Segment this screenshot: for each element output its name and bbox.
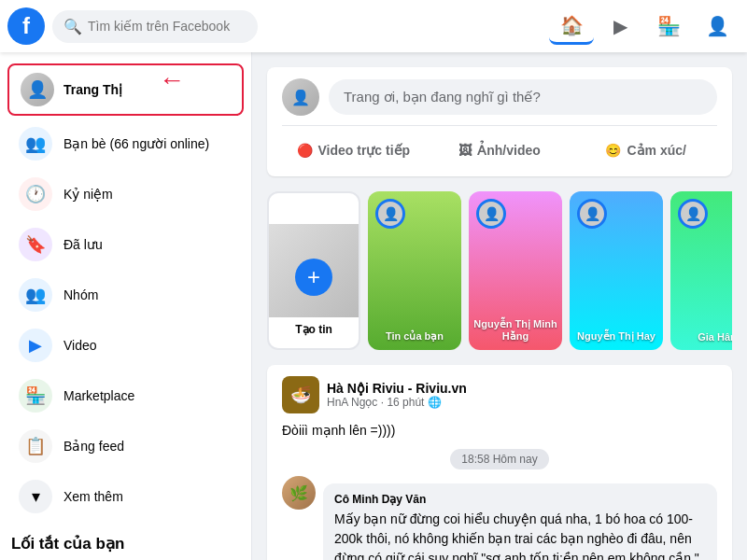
feed-post-header: 🍜 Hà Nội Riviu - Riviu.vn HnA Ngọc · 16 … bbox=[282, 376, 717, 413]
create-post-avatar: 👤 bbox=[282, 78, 319, 116]
search-icon: 🔍 bbox=[63, 18, 82, 35]
sidebar-label-marketplace: Marketplace bbox=[63, 388, 134, 403]
nav-home-button[interactable]: 🏠 bbox=[549, 7, 594, 45]
photo-video-button[interactable]: 🖼 Ảnh/video bbox=[429, 135, 571, 165]
message-text: Mấy bạn nữ đừng coi hiểu chuyện quá nha,… bbox=[334, 510, 706, 560]
feed-post-content: Đòiiì mạnh lên =)))) bbox=[282, 421, 717, 441]
sidebar-label-groups: Nhóm bbox=[63, 287, 98, 302]
sidebar: 👤 Trang Thị 👥 Bạn bè (66 người online) 🕐… bbox=[0, 52, 252, 560]
feed-post-page-name: Hà Nội Riviu - Riviu.vn bbox=[327, 381, 717, 396]
create-story-label: Tạo tin bbox=[295, 323, 332, 336]
sidebar-label-video: Video bbox=[63, 338, 97, 353]
sidebar-label-saved: Đã lưu bbox=[63, 237, 103, 252]
bang-feed-icon: 📋 bbox=[19, 429, 52, 463]
nav-video-button[interactable]: ▶ bbox=[598, 7, 642, 45]
story-avatar-1: 👤 bbox=[476, 199, 506, 229]
search-input[interactable] bbox=[88, 19, 237, 34]
sidebar-item-memories[interactable]: 🕐 Kỷ niệm bbox=[7, 170, 244, 218]
memories-icon: 🕐 bbox=[19, 177, 52, 211]
stories-section: + Tạo tin 👤 Tin của bạn 👤 Nguyễn Thị Min… bbox=[267, 191, 732, 350]
shortcuts-title: Lối tắt của bạn bbox=[0, 523, 251, 557]
message-block: Cô Minh Dạy Văn Mấy bạn nữ đừng coi hiểu… bbox=[323, 483, 717, 560]
groups-icon: 👥 bbox=[19, 278, 52, 312]
sidebar-label-more: Xem thêm bbox=[63, 489, 123, 504]
message-sender-name: Cô Minh Dạy Văn bbox=[334, 493, 706, 506]
nav-marketplace-button[interactable]: 🏪 bbox=[646, 7, 691, 45]
video-icon: ▶ bbox=[19, 329, 52, 362]
profile-name: Trang Thị bbox=[63, 82, 122, 97]
story-card-1[interactable]: 👤 Nguyễn Thị Minh Hằng bbox=[469, 191, 562, 350]
story-name-1: Nguyễn Thị Minh Hằng bbox=[472, 318, 558, 343]
story-name-friend: Tin của bạn bbox=[372, 330, 458, 343]
search-bar[interactable]: 🔍 bbox=[52, 10, 258, 43]
nav-icons: 🏠 ▶ 🏪 👤 bbox=[549, 7, 740, 45]
message-sender-avatar: 🌿 bbox=[282, 476, 316, 510]
nav-profile-button[interactable]: 👤 bbox=[695, 7, 740, 45]
main-content: 👤 Trang ơi, bạn đang nghĩ gì thế? 🔴 Vide… bbox=[252, 52, 747, 560]
story-avatar-ring: 👤 bbox=[375, 199, 405, 229]
marketplace-icon: 🏪 bbox=[19, 379, 52, 413]
create-story-plus: + bbox=[295, 259, 332, 296]
sidebar-profile[interactable]: 👤 Trang Thị bbox=[7, 63, 244, 116]
create-post-top: 👤 Trang ơi, bạn đang nghĩ gì thế? bbox=[282, 78, 717, 116]
story-card-3[interactable]: 👤 Gia Hân bbox=[670, 191, 732, 350]
avatar: 👤 bbox=[21, 73, 54, 106]
top-navigation: f 🔍 🏠 ▶ 🏪 👤 bbox=[0, 0, 747, 52]
friends-icon: 👥 bbox=[19, 127, 52, 161]
story-card-friend[interactable]: 👤 Tin của bạn bbox=[368, 191, 461, 350]
sidebar-item-bang-feed[interactable]: 📋 Bảng feed bbox=[7, 422, 244, 470]
live-video-button[interactable]: 🔴 Video trực tiếp bbox=[282, 135, 425, 165]
sidebar-label-friends: Bạn bè (66 người online) bbox=[63, 136, 209, 151]
feed-post-subtitle: HnA Ngọc · 16 phút 🌐 bbox=[327, 396, 717, 409]
sidebar-item-more[interactable]: ▾ Xem thêm bbox=[7, 472, 244, 521]
facebook-logo: f bbox=[7, 7, 45, 45]
sidebar-item-friends[interactable]: 👥 Bạn bè (66 người online) bbox=[7, 119, 244, 168]
create-post-card: 👤 Trang ơi, bạn đang nghĩ gì thế? 🔴 Vide… bbox=[267, 67, 732, 176]
story-card-2[interactable]: 👤 Nguyễn Thị Hay bbox=[570, 191, 663, 350]
message-container: 🌿 Cô Minh Dạy Văn Mấy bạn nữ đừng coi hi… bbox=[282, 476, 717, 560]
sidebar-item-groups[interactable]: 👥 Nhóm bbox=[7, 271, 244, 319]
story-avatar-2: 👤 bbox=[577, 199, 607, 229]
main-layout: 👤 Trang Thị 👥 Bạn bè (66 người online) 🕐… bbox=[0, 52, 747, 560]
feeling-icon: 😊 bbox=[605, 143, 621, 158]
feed-post-meta: Hà Nội Riviu - Riviu.vn HnA Ngọc · 16 ph… bbox=[327, 381, 717, 409]
photo-icon: 🖼 bbox=[458, 143, 472, 158]
sidebar-label-bang-feed: Bảng feed bbox=[63, 439, 124, 454]
create-story-card[interactable]: + Tạo tin bbox=[267, 191, 360, 350]
message-timestamp: 18:58 Hôm nay bbox=[450, 449, 548, 469]
post-input[interactable]: Trang ơi, bạn đang nghĩ gì thế? bbox=[329, 79, 717, 115]
live-video-icon: 🔴 bbox=[297, 143, 313, 158]
sidebar-item-saved[interactable]: 🔖 Đã lưu bbox=[7, 220, 244, 269]
saved-icon: 🔖 bbox=[19, 228, 52, 261]
feed-post-avatar: 🍜 bbox=[282, 376, 319, 413]
post-actions: 🔴 Video trực tiếp 🖼 Ảnh/video 😊 Cảm xúc/ bbox=[282, 125, 717, 165]
story-avatar-3: 👤 bbox=[678, 199, 708, 229]
chevron-down-icon: ▾ bbox=[19, 480, 52, 513]
sidebar-item-marketplace[interactable]: 🏪 Marketplace bbox=[7, 371, 244, 420]
sidebar-item-video[interactable]: ▶ Video bbox=[7, 321, 244, 370]
feed-post-card: 🍜 Hà Nội Riviu - Riviu.vn HnA Ngọc · 16 … bbox=[267, 365, 732, 560]
story-name-2: Nguyễn Thị Hay bbox=[573, 330, 659, 343]
sidebar-label-memories: Kỷ niệm bbox=[63, 187, 113, 202]
story-name-3: Gia Hân bbox=[674, 331, 732, 343]
feeling-button[interactable]: 😊 Cảm xúc/ bbox=[574, 135, 717, 165]
